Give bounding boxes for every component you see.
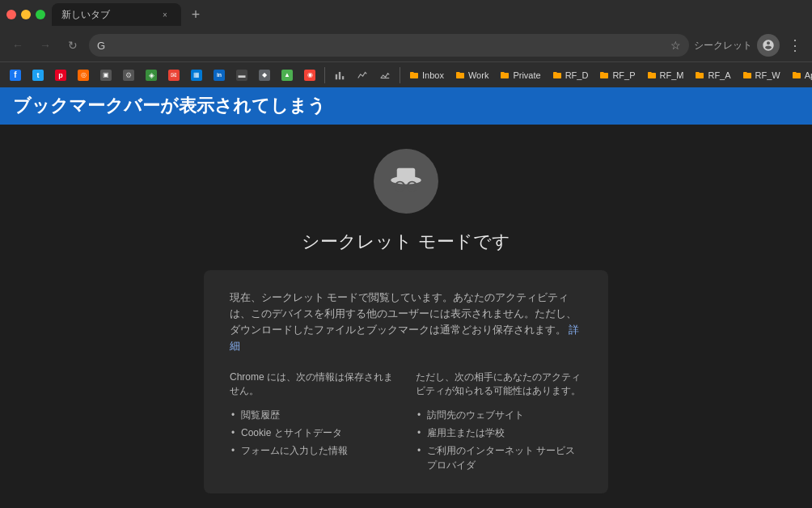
svg-line-10 bbox=[417, 185, 418, 186]
right-list-item-1: 訪問先のウェブサイト bbox=[416, 406, 582, 424]
new-tab-button[interactable]: + bbox=[184, 3, 207, 26]
facebook-icon: f bbox=[10, 70, 21, 81]
bookmark-item-13[interactable]: ▲ bbox=[277, 66, 298, 85]
folder-rfp-icon bbox=[599, 70, 609, 80]
folder-inbox-label: Inbox bbox=[422, 70, 444, 80]
address-bar[interactable]: G ☆ bbox=[89, 34, 689, 57]
bookmark-icon-7: ◈ bbox=[146, 70, 157, 81]
bookmark-folder-rfd[interactable]: RF_D bbox=[548, 66, 594, 85]
separator-2 bbox=[400, 67, 400, 83]
bookmark-folder-rfa[interactable]: RF_A bbox=[690, 66, 735, 85]
separator-1 bbox=[324, 67, 325, 83]
svg-line-9 bbox=[394, 185, 395, 186]
list-item-3: フォームに入力した情報 bbox=[230, 442, 396, 459]
bookmark-folder-rfw[interactable]: RF_W bbox=[738, 66, 785, 85]
mail-icon: ✉ bbox=[168, 70, 180, 81]
left-col-title: Chrome には、次の情報は保存されません。 bbox=[230, 370, 396, 398]
svg-rect-0 bbox=[336, 74, 337, 78]
tab-bar: 新しいタブ × + bbox=[52, 3, 806, 26]
folder-rfm-icon bbox=[647, 70, 657, 80]
incognito-mode-title: シークレット モードです bbox=[302, 230, 510, 254]
bookmark-item-12[interactable]: ◆ bbox=[254, 66, 275, 85]
info-intro: 現在、シークレット モードで閲覧しています。あなたのアクティビティは、このデバイ… bbox=[230, 290, 582, 354]
bookmark-item-9[interactable]: ▦ bbox=[186, 66, 207, 85]
refresh-button[interactable]: ↻ bbox=[61, 34, 84, 57]
active-tab[interactable]: 新しいタブ × bbox=[52, 3, 181, 26]
highlight-banner: ブックマークバーが表示されてしまう bbox=[0, 87, 812, 125]
bookmark-icon-9: ▦ bbox=[191, 70, 202, 81]
minimize-button[interactable] bbox=[21, 10, 31, 19]
folder-app-label: App bbox=[805, 70, 812, 80]
folder-rfa-icon bbox=[695, 70, 704, 80]
folder-inbox-icon bbox=[409, 70, 419, 80]
folder-private-icon bbox=[500, 70, 510, 80]
folder-rfw-icon bbox=[742, 70, 752, 80]
bookmark-folder-app[interactable]: App bbox=[787, 66, 812, 85]
bookmark-item-4[interactable]: ◎ bbox=[73, 66, 94, 85]
main-content: シークレット モードです 現在、シークレット モードで閲覧しています。あなたのア… bbox=[0, 125, 812, 508]
folder-rfa-label: RF_A bbox=[708, 70, 730, 80]
bookmark-folder-private[interactable]: Private bbox=[495, 66, 545, 85]
bookmark-icon-12: ◆ bbox=[259, 70, 270, 81]
spy-hat-svg bbox=[386, 161, 426, 201]
bookmark-facebook[interactable]: f bbox=[5, 66, 26, 85]
bookmark-folder-rfp[interactable]: RF_P bbox=[594, 66, 640, 85]
info-columns: Chrome には、次の情報は保存されません。 閲覧履歴 Cookie とサイト… bbox=[230, 370, 582, 474]
url-text: G bbox=[97, 40, 666, 52]
right-list-item-2: 雇用主または学校 bbox=[416, 424, 582, 442]
bookmark-item-7[interactable]: ◈ bbox=[141, 66, 162, 85]
list-item-1: 閲覧履歴 bbox=[230, 406, 396, 424]
bookmark-folder-inbox[interactable]: Inbox bbox=[404, 66, 449, 85]
bookmark-icon-13: ▲ bbox=[281, 70, 293, 81]
back-button[interactable]: ← bbox=[6, 34, 29, 57]
forward-button[interactable]: → bbox=[34, 34, 57, 57]
incognito-hat-icon bbox=[374, 149, 438, 214]
bookmark-icon-4: ◎ bbox=[78, 70, 89, 81]
bookmark-chart-1[interactable] bbox=[329, 66, 350, 85]
bookmark-icon-14: ◉ bbox=[304, 70, 315, 81]
traffic-lights bbox=[6, 10, 45, 19]
bookmark-folder-rfm[interactable]: RF_M bbox=[642, 66, 689, 85]
bookmark-chart-3[interactable] bbox=[374, 66, 395, 85]
folder-rfd-label: RF_D bbox=[565, 70, 589, 80]
pinterest-icon: p bbox=[55, 70, 66, 81]
right-list-item-3: ご利用のインターネット サービス プロバイダ bbox=[416, 442, 582, 474]
folder-work-icon bbox=[455, 70, 465, 80]
title-bar: 新しいタブ × + bbox=[0, 0, 812, 29]
bookmark-star-icon[interactable]: ☆ bbox=[670, 39, 681, 52]
bookmark-folder-work[interactable]: Work bbox=[450, 66, 493, 85]
bookmark-pinterest[interactable]: p bbox=[50, 66, 71, 85]
tab-close-button[interactable]: × bbox=[159, 8, 171, 21]
folder-rfm-label: RF_M bbox=[660, 70, 684, 80]
tab-title: 新しいタブ bbox=[61, 8, 152, 22]
bookmark-icon-11: ▬ bbox=[236, 70, 247, 81]
folder-rfd-icon bbox=[552, 70, 562, 80]
maximize-button[interactable] bbox=[36, 10, 45, 19]
folder-app-icon bbox=[792, 70, 801, 80]
address-bar-row: ← → ↻ G ☆ シークレット ⋮ bbox=[0, 29, 812, 61]
right-col-title: ただし、次の相手にあなたのアクティビティが知られる可能性はあります。 bbox=[416, 370, 582, 398]
bookmark-mail[interactable]: ✉ bbox=[163, 66, 184, 85]
svg-rect-5 bbox=[397, 168, 416, 181]
bookmarks-bar: f t p ◎ ▣ ⚙ ◈ ✉ ▦ in ▬ ◆ ▲ ◉ bbox=[0, 61, 812, 87]
left-list: 閲覧履歴 Cookie とサイトデータ フォームに入力した情報 bbox=[230, 406, 396, 459]
folder-rfp-label: RF_P bbox=[612, 70, 635, 80]
folder-work-label: Work bbox=[468, 70, 488, 80]
bookmark-item-11[interactable]: ▬ bbox=[231, 66, 252, 85]
twitter-icon: t bbox=[32, 70, 44, 81]
bookmark-settings[interactable]: ⚙ bbox=[118, 66, 139, 85]
bookmark-twitter[interactable]: t bbox=[27, 66, 49, 85]
incognito-avatar[interactable] bbox=[757, 34, 780, 57]
bookmark-linkedin[interactable]: in bbox=[209, 66, 230, 85]
bookmark-item-5[interactable]: ▣ bbox=[95, 66, 116, 85]
highlight-text: ブックマークバーが表示されてしまう bbox=[13, 94, 326, 118]
bookmark-icon-5: ▣ bbox=[100, 70, 112, 81]
bookmark-chart-2[interactable] bbox=[352, 66, 373, 85]
menu-button[interactable]: ⋮ bbox=[785, 36, 806, 54]
right-column: ただし、次の相手にあなたのアクティビティが知られる可能性はあります。 訪問先のウ… bbox=[416, 370, 582, 474]
svg-rect-2 bbox=[342, 76, 344, 79]
list-item-2: Cookie とサイトデータ bbox=[230, 424, 396, 442]
settings-icon: ⚙ bbox=[123, 70, 134, 81]
close-button[interactable] bbox=[6, 10, 16, 19]
bookmark-item-14[interactable]: ◉ bbox=[299, 66, 320, 85]
